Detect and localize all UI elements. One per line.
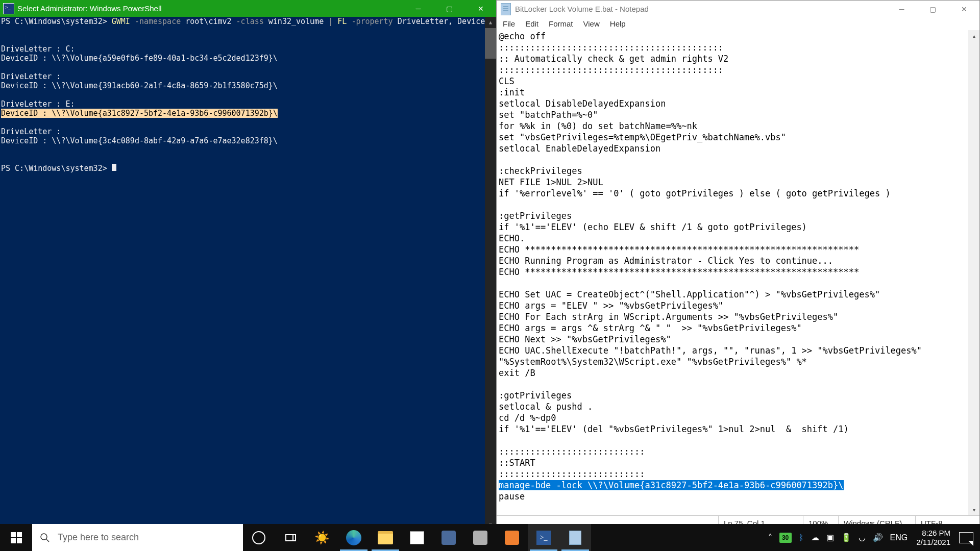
close-button[interactable]: ✕ — [465, 0, 496, 17]
powershell-window: Select Administrator: Windows PowerShell… — [0, 0, 496, 531]
cortana-button[interactable] — [243, 524, 275, 551]
wifi-icon: ◡ — [859, 533, 866, 542]
start-button[interactable] — [0, 524, 32, 551]
maximize-button[interactable]: ▢ — [917, 1, 948, 17]
tray-overflow[interactable]: ˄ — [765, 524, 776, 551]
menu-help[interactable]: Help — [605, 18, 631, 29]
edge-icon — [346, 530, 361, 545]
taskbar-edge[interactable] — [338, 524, 370, 551]
scroll-thumb[interactable] — [485, 28, 496, 59]
windows-logo-icon — [11, 532, 22, 543]
tray-icon: ▣ — [826, 533, 834, 542]
taskbar-store[interactable] — [401, 524, 433, 551]
tray-app[interactable]: ▣ — [823, 524, 838, 551]
chevron-up-icon: ˄ — [768, 533, 772, 542]
tray-battery[interactable]: 🔋 — [838, 524, 855, 551]
cortana-icon — [252, 531, 265, 544]
taskbar-app[interactable] — [464, 524, 496, 551]
close-button[interactable]: ✕ — [948, 1, 979, 17]
speaker-icon: 🔊 — [873, 533, 883, 542]
app-icon: ☀️ — [314, 530, 330, 546]
scrollbar[interactable]: ▲ ▼ — [485, 17, 496, 531]
badge-icon: 30 — [779, 533, 792, 543]
search-box[interactable]: Type here to search — [32, 524, 243, 551]
tray-volume[interactable]: 🔊 — [869, 524, 887, 551]
cloud-icon: ☁ — [811, 533, 819, 542]
powershell-icon: >_ — [536, 531, 551, 545]
notepad-icon — [569, 531, 581, 545]
app-icon — [473, 531, 487, 545]
task-view-icon — [285, 534, 296, 541]
tray-app[interactable]: 30 — [776, 524, 795, 551]
scroll-up-icon[interactable]: ▴ — [968, 30, 979, 41]
maximize-button[interactable]: ▢ — [434, 0, 465, 17]
scroll-up-icon[interactable]: ▲ — [485, 17, 496, 28]
taskbar-powershell[interactable]: >_ — [528, 524, 559, 551]
taskbar-notepad[interactable] — [559, 524, 591, 551]
taskbar: Type here to search ☀️ >_ ˄ 30 ᛒ ☁ ▣ 🔋 ◡… — [0, 524, 980, 551]
search-icon — [32, 533, 58, 543]
minimize-button[interactable]: ─ — [403, 0, 434, 17]
clock-time: 8:26 PM — [916, 529, 950, 538]
tray-language[interactable]: ENG — [887, 524, 912, 551]
taskbar-app[interactable] — [496, 524, 528, 551]
notepad-menubar: File Edit Format View Help — [497, 17, 979, 30]
menu-format[interactable]: Format — [544, 18, 578, 29]
task-view-button[interactable] — [275, 524, 306, 551]
minimize-button[interactable]: ─ — [886, 1, 917, 17]
selected-text: DeviceID : \\?\Volume{a31c8927-5bf2-4e1a… — [1, 109, 278, 118]
notepad-editor[interactable]: @echo off ::::::::::::::::::::::::::::::… — [497, 30, 979, 515]
menu-view[interactable]: View — [578, 18, 605, 29]
app-icon — [505, 531, 519, 545]
cursor — [112, 164, 116, 171]
menu-edit[interactable]: Edit — [520, 18, 544, 29]
tray-onedrive[interactable]: ☁ — [807, 524, 823, 551]
svg-point-0 — [41, 534, 47, 540]
powershell-icon — [3, 3, 14, 14]
clock-date: 2/11/2021 — [916, 538, 950, 547]
battery-icon: 🔋 — [841, 533, 851, 542]
tray-clock[interactable]: 8:26 PM 2/11/2021 — [911, 529, 955, 547]
store-icon — [410, 531, 424, 544]
folder-icon — [378, 531, 393, 544]
tray-bluetooth[interactable]: ᛒ — [795, 524, 807, 551]
notification-icon — [959, 532, 973, 543]
notepad-title: BitLocker Lock Volume E.bat - Notepad — [515, 5, 886, 13]
bluetooth-icon: ᛒ — [799, 533, 804, 542]
taskbar-explorer[interactable] — [370, 524, 401, 551]
notepad-icon — [501, 3, 511, 15]
search-placeholder: Type here to search — [58, 532, 139, 543]
scrollbar[interactable]: ▴ ▾ — [968, 30, 979, 515]
tray-wifi[interactable]: ◡ — [855, 524, 869, 551]
powershell-console[interactable]: PS C:\Windows\system32> GWMI -namespace … — [0, 17, 496, 531]
powershell-title: Select Administrator: Windows PowerShell — [17, 4, 403, 13]
selected-text: manage-bde -lock \\?\Volume{a31c8927-5bf… — [499, 480, 844, 490]
notepad-window: BitLocker Lock Volume E.bat - Notepad ─ … — [496, 0, 980, 531]
powershell-titlebar[interactable]: Select Administrator: Windows PowerShell… — [0, 0, 496, 17]
app-icon — [442, 531, 456, 545]
taskbar-app[interactable] — [433, 524, 464, 551]
menu-file[interactable]: File — [498, 18, 520, 29]
tray-notifications[interactable] — [955, 524, 977, 551]
svg-line-1 — [46, 539, 49, 542]
notepad-titlebar[interactable]: BitLocker Lock Volume E.bat - Notepad ─ … — [497, 1, 979, 17]
scroll-down-icon[interactable]: ▾ — [968, 504, 979, 515]
taskbar-app[interactable]: ☀️ — [306, 524, 338, 551]
system-tray: ˄ 30 ᛒ ☁ ▣ 🔋 ◡ 🔊 ENG 8:26 PM 2/11/2021 — [765, 524, 980, 551]
